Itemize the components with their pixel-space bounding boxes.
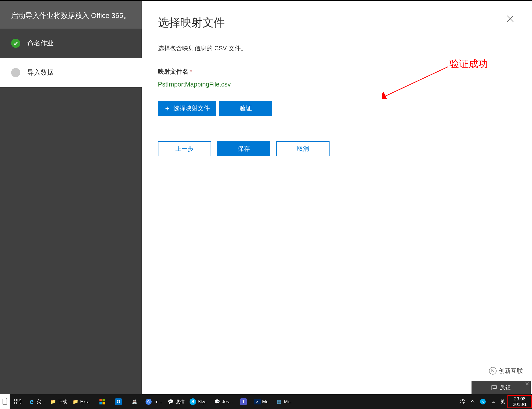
annotation-text: 验证成功 [449,57,488,70]
taskbar-java[interactable]: ☕ [127,394,143,409]
svg-point-14 [461,399,463,401]
clock-time: 23:08 [513,396,527,402]
wechat-icon: 💬 [167,398,174,405]
taskbar-ime[interactable]: 英 [498,399,507,405]
validate-button[interactable]: 验证 [219,101,272,116]
taskbar-wechat[interactable]: 💬微信 [165,394,187,409]
taskbar-taskview-icon[interactable] [10,394,26,409]
skype-icon: S [190,398,196,405]
svg-rect-7 [99,399,102,401]
wizard-steps: 命名作业 导入数据 [0,29,142,87]
taskbar-server[interactable]: ▦Mi... [273,394,295,409]
page-title: 选择映射文件 [158,15,516,30]
edge-icon: e [28,398,35,405]
taskbar-right: S ☁ 英 23:08 2018/1 [457,394,532,409]
taskbar-teams[interactable]: T [235,394,252,409]
speech-bubble-icon [491,385,497,390]
taskbar-tray-onedrive-icon[interactable]: ☁ [488,399,498,404]
check-icon [11,39,20,48]
taskbar-skype[interactable]: SSky... [187,394,211,409]
teams-icon: T [240,398,247,405]
taskbar-chrome[interactable]: Im... [143,394,165,409]
java-icon: ☕ [131,398,138,405]
wizard-step-label: 命名作业 [27,39,54,48]
folder-icon: 📁 [72,398,79,405]
svg-rect-10 [103,402,105,404]
clock-date: 2018/1 [513,402,527,407]
taskbar-tray-skype-icon[interactable]: S [478,399,488,404]
circle-icon [11,68,20,77]
svg-rect-8 [103,399,105,401]
server-icon: ▦ [276,398,282,405]
back-button[interactable]: 上一步 [158,141,211,156]
feedback-close-icon[interactable]: ✕ [525,381,529,386]
file-actions: ＋ 选择映射文件 验证 [158,101,516,116]
taskbar-mic-icon[interactable] [0,394,10,409]
taskbar-edge[interactable]: e实... [26,394,47,409]
svg-rect-5 [14,402,16,404]
chrome-icon [145,398,152,405]
taskbar-downloads[interactable]: 📁下载 [47,394,70,409]
svg-rect-4 [17,399,19,401]
store-icon [99,398,106,405]
wizard-title: 启动导入作业将数据放入 Office 365。 [0,1,142,29]
cancel-button[interactable]: 取消 [276,141,330,156]
taskbar: e实... 📁下载 📁Exc... O ☕ Im... 💬微信 SSky... … [0,394,532,409]
taskbar-people-icon[interactable] [457,398,468,405]
taskbar-outlook[interactable]: O [110,394,127,409]
folder-download-icon: 📁 [50,398,56,405]
taskbar-clock[interactable]: 23:08 2018/1 [507,395,532,408]
selected-file-name: PstImportMappingFile.csv [158,81,516,88]
svg-point-15 [463,400,464,401]
wizard-sidebar: 启动导入作业将数据放入 Office 365。 命名作业 导入数据 [0,1,142,394]
wizard-nav: 上一步 保存 取消 [158,141,516,156]
close-button[interactable] [506,14,517,25]
wizard-step-name-job[interactable]: 命名作业 [0,29,142,58]
powershell-icon: ＞ [254,399,261,404]
required-mark: * [190,68,192,75]
watermark: K 创新互联 [480,363,532,379]
watermark-icon: K [489,367,497,375]
taskbar-chat[interactable]: 💬Jes... [211,394,235,409]
wizard-step-label: 导入数据 [27,68,54,77]
outlook-icon: O [115,398,122,405]
taskbar-store[interactable] [94,394,110,409]
taskbar-left: e实... 📁下载 📁Exc... O ☕ Im... 💬微信 SSky... … [0,394,295,409]
svg-rect-3 [14,399,16,401]
taskbar-folder-exc[interactable]: 📁Exc... [70,394,94,409]
save-button[interactable]: 保存 [217,141,270,156]
svg-rect-6 [20,400,21,404]
taskbar-powershell[interactable]: ＞Mi... [252,394,273,409]
window: 启动导入作业将数据放入 Office 365。 命名作业 导入数据 选择映射文件… [0,0,532,394]
select-file-button[interactable]: ＋ 选择映射文件 [158,101,216,116]
svg-point-13 [148,401,150,403]
page-subtitle: 选择包含映射信息的 CSV 文件。 [158,44,516,52]
wizard-step-import-data[interactable]: 导入数据 [0,58,142,87]
chat-icon: 💬 [214,398,220,405]
taskbar-tray-chevron-icon[interactable] [468,399,478,404]
feedback-button[interactable]: ✕ 反馈 [472,381,531,394]
plus-icon: ＋ [164,103,171,113]
main-panel: 选择映射文件 选择包含映射信息的 CSV 文件。 映射文件名* PstImpor… [142,1,532,394]
svg-rect-9 [99,402,102,404]
